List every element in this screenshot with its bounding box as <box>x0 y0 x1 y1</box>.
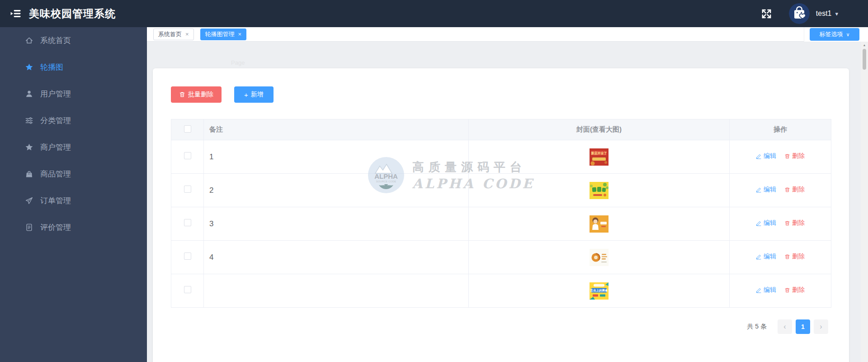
sidebar-item-users[interactable]: 用户管理 <box>0 81 147 107</box>
content-card: 批量删除 + 新增 备注 封面(查看大图) 操作 <box>153 68 849 362</box>
row-select-checkbox[interactable] <box>184 219 191 226</box>
sliders-icon <box>25 116 33 125</box>
pagination: 共 5 条 ‹ 1 › <box>171 319 831 334</box>
note-cell: 2 <box>204 174 469 207</box>
trash-icon <box>784 220 790 226</box>
row-select-checkbox[interactable] <box>184 152 191 159</box>
banner-table: 备注 封面(查看大图) 操作 1 新店开业了 <box>171 119 831 308</box>
note-cell: 1 <box>204 140 469 174</box>
note-cell <box>204 274 469 308</box>
edit-link[interactable]: 编辑 <box>756 219 776 227</box>
main-area: 系统首页 × 轮播图管理 × 标签选项 ∨ Page 批量删除 <box>147 27 868 362</box>
note-cell: 4 <box>204 241 469 274</box>
user-icon <box>25 90 33 98</box>
caret-down-icon[interactable]: ▾ <box>835 10 838 17</box>
pagination-total: 共 5 条 <box>747 323 767 331</box>
edit-link[interactable]: 编辑 <box>756 186 776 194</box>
content-area: Page 批量删除 + 新增 备注 <box>147 42 868 362</box>
tab-options-button[interactable]: 标签选项 ∨ <box>810 28 859 41</box>
cover-thumbnail[interactable]: 舌尖上的美食 <box>590 282 609 300</box>
close-icon[interactable]: × <box>238 31 242 38</box>
tab-label: 系统首页 <box>158 30 182 38</box>
row-select-checkbox[interactable] <box>184 252 191 260</box>
send-icon <box>25 196 33 205</box>
delete-label: 删除 <box>792 186 805 194</box>
delete-label: 删除 <box>792 219 805 227</box>
pencil-icon <box>756 254 762 260</box>
table-row: 1 新店开业了 <box>171 140 831 174</box>
svg-text:舌尖上的美食: 舌尖上的美食 <box>590 289 609 292</box>
sidebar-item-label: 分类管理 <box>40 115 71 126</box>
column-actions: 操作 <box>730 119 831 140</box>
tab-extra-zone: 标签选项 ∨ <box>804 27 868 42</box>
bag-icon <box>25 170 33 178</box>
sidebar: 系统首页 轮播图 用户管理 分类管理 商户管理 <box>0 27 147 362</box>
sidebar-item-orders[interactable]: 订单管理 <box>0 187 147 214</box>
svg-text:新店开业了: 新店开业了 <box>591 151 607 155</box>
row-select-checkbox[interactable] <box>184 186 191 193</box>
username[interactable]: test1 <box>816 10 832 18</box>
plus-icon: + <box>244 91 248 99</box>
home-icon <box>25 36 33 45</box>
delete-link[interactable]: 删除 <box>784 186 805 194</box>
pencil-icon <box>756 153 762 159</box>
close-icon[interactable]: × <box>185 31 189 38</box>
toolbar: 批量删除 + 新增 <box>171 86 831 103</box>
sidebar-item-label: 轮播图 <box>40 62 63 72</box>
app-title: 美味校园管理系统 <box>29 7 116 21</box>
scrollbar-thumb[interactable] <box>863 49 866 70</box>
column-cover: 封面(查看大图) <box>469 119 730 140</box>
cover-thumbnail[interactable] <box>590 215 609 233</box>
sidebar-item-label: 订单管理 <box>40 195 71 206</box>
delete-link[interactable]: 删除 <box>784 286 805 294</box>
edit-link[interactable]: 编辑 <box>756 252 776 261</box>
fullscreen-icon[interactable] <box>760 8 773 20</box>
pagination-page-1-button[interactable]: 1 <box>796 319 810 334</box>
edit-label: 编辑 <box>764 286 776 294</box>
trash-icon <box>784 153 790 159</box>
tab-bar: 系统首页 × 轮播图管理 × 标签选项 ∨ <box>147 27 868 42</box>
trash-icon <box>179 91 185 98</box>
edit-label: 编辑 <box>764 219 776 227</box>
trash-icon <box>784 287 790 293</box>
trash-icon <box>784 254 790 260</box>
pagination-next-button[interactable]: › <box>814 319 828 334</box>
sidebar-item-home[interactable]: 系统首页 <box>0 27 147 54</box>
edit-link[interactable]: 编辑 <box>756 286 776 294</box>
sidebar-item-categories[interactable]: 分类管理 <box>0 107 147 134</box>
vertical-scrollbar[interactable]: ▲ <box>861 42 868 362</box>
column-note: 备注 <box>204 119 469 140</box>
sidebar-item-banner[interactable]: 轮播图 <box>0 54 147 81</box>
top-header: 美味校园管理系统 test1 ▾ <box>0 0 868 27</box>
pencil-icon <box>756 187 762 193</box>
select-all-checkbox[interactable] <box>184 125 191 133</box>
delete-link[interactable]: 删除 <box>784 152 805 160</box>
batch-delete-button[interactable]: 批量删除 <box>171 86 222 103</box>
add-button[interactable]: + 新增 <box>234 86 274 103</box>
tab-options-label: 标签选项 <box>819 30 843 38</box>
edit-link[interactable]: 编辑 <box>756 152 776 160</box>
table-row: 2 <box>171 174 831 207</box>
sidebar-item-merchants[interactable]: 商户管理 <box>0 134 147 161</box>
row-select-checkbox[interactable] <box>184 286 191 293</box>
cover-thumbnail[interactable]: 新店开业了 <box>590 148 609 166</box>
tab-banner-management[interactable]: 轮播图管理 × <box>200 29 247 40</box>
table-row: 舌尖上的美食 编辑 <box>171 274 831 308</box>
sidebar-item-reviews[interactable]: 评价管理 <box>0 214 147 241</box>
pagination-prev-button[interactable]: ‹ <box>778 319 792 334</box>
delete-link[interactable]: 删除 <box>784 252 805 261</box>
pencil-icon <box>756 287 762 293</box>
star-icon <box>25 63 33 71</box>
cover-thumbnail[interactable] <box>590 182 609 199</box>
table-row: 4 <box>171 241 831 274</box>
cover-thumbnail[interactable] <box>590 249 609 266</box>
scroll-up-icon[interactable]: ▲ <box>861 42 868 48</box>
edit-label: 编辑 <box>764 152 776 160</box>
delete-link[interactable]: 删除 <box>784 219 805 227</box>
edit-label: 编辑 <box>764 252 776 261</box>
sidebar-item-products[interactable]: 商品管理 <box>0 161 147 187</box>
table-header-row: 备注 封面(查看大图) 操作 <box>171 119 831 140</box>
tab-home[interactable]: 系统首页 × <box>153 29 194 40</box>
collapse-sidebar-icon[interactable] <box>9 7 23 20</box>
avatar[interactable] <box>789 3 810 24</box>
